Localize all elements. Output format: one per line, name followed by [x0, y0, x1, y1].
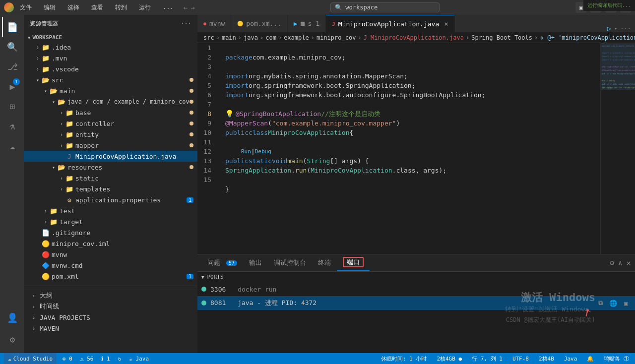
menu-run[interactable]: 运行 — [137, 2, 153, 13]
sidebar-item-mvnw[interactable]: › 🔴 mvnw — [24, 249, 197, 260]
status-encoding[interactable]: UTF-8 — [510, 356, 531, 362]
sidebar-item-iml[interactable]: › 🟡 minipro_cov.iml — [24, 238, 197, 249]
sidebar-item-controller[interactable]: › 📁 controller — [24, 118, 197, 129]
sidebar-item-base[interactable]: › 📁 base — [24, 107, 197, 118]
sidebar-item-static[interactable]: › 📁 static — [24, 173, 197, 183]
sidebar-header: 资源管理器 ··· — [24, 15, 197, 32]
status-warnings[interactable]: △ 56 — [78, 356, 96, 362]
panel-maximize-icon[interactable]: ∧ — [618, 259, 622, 267]
sidebar-item-entity[interactable]: › 📁 entity — [24, 129, 197, 140]
activity-test[interactable]: ⚗ — [2, 116, 22, 136]
activity-settings[interactable]: ⚙ — [2, 329, 22, 349]
sidebar-item-templates[interactable]: › 📁 templates — [24, 183, 197, 194]
tab-pomxml[interactable]: 🟡 pom.xm... — [231, 15, 287, 32]
sidebar-item-gitignore[interactable]: › 📄 .gitignore — [24, 227, 197, 238]
sidebar-item-mapper[interactable]: › 📁 mapper — [24, 140, 197, 151]
port-row-3306[interactable]: 3306 docker run — [197, 282, 635, 296]
sidebar-item-test[interactable]: › 📁 test — [24, 205, 197, 216]
run-btn[interactable]: ▷ — [607, 24, 611, 32]
ports-label-highlight: 端口 — [343, 257, 364, 267]
status-info[interactable]: ℹ 1 — [99, 356, 112, 362]
workspace-arrow[interactable]: ▼ — [28, 35, 30, 40]
bc-com[interactable]: com — [265, 34, 276, 41]
port-copy-icon[interactable]: ⧉ — [595, 298, 605, 308]
sidebar-item-idea[interactable]: › 📁 .idea — [24, 42, 197, 53]
panel-close-icon[interactable]: × — [626, 258, 631, 268]
sidebar-item-vscode[interactable]: › 📁 .vscode — [24, 63, 197, 74]
bc-main[interactable]: main — [222, 34, 236, 41]
sidebar-item-main[interactable]: ▾ 📂 main — [24, 85, 197, 96]
mvnwcmd-label: mvnw.cmd — [52, 262, 83, 269]
sidebar-item-miniproapp[interactable]: › J MiniproCovApplication.java — [24, 151, 197, 162]
status-sync[interactable]: ↻ — [116, 356, 124, 362]
sidebar-item-appprops[interactable]: › ⚙ application.properties 1 — [24, 194, 197, 205]
sidebar-outline[interactable]: › 大纲 — [24, 290, 197, 301]
port-row-8081[interactable]: 8081 java - 进程 PID: 4372 ⧉ 🌐 ▣ — [197, 296, 635, 310]
editor-content[interactable]: 1 2 3 4 5 6 7 ⚡ 8 9 10 11 12 13 14 — [197, 43, 635, 254]
timeline-label: 时间线 — [40, 302, 59, 311]
activity-extensions[interactable]: ⊞ — [2, 96, 22, 116]
tab-miniproapp-close[interactable]: × — [444, 20, 448, 28]
bc-minipro-cov[interactable]: minipro_cov — [317, 34, 356, 41]
sidebar-item-mvn[interactable]: › 📁 .mvn — [24, 53, 197, 63]
tab-running[interactable]: ▶ ⏹ s 1 — [288, 15, 326, 32]
port-open-browser-icon[interactable]: 🌐 — [608, 298, 618, 308]
search-box[interactable]: 🔍 workspace — [330, 2, 440, 12]
nav-back[interactable]: ← — [184, 3, 188, 11]
tab-mvnw[interactable]: ● mvnw — [197, 15, 231, 32]
tab-miniproapp[interactable]: J MiniproCovApplication.java × — [326, 15, 455, 32]
sidebar-java-projects[interactable]: › JAVA PROJECTS — [24, 312, 197, 323]
maven-arrow: › — [30, 324, 38, 332]
sidebar-item-pomxml[interactable]: › 🟡 pom.xml 1 — [24, 271, 197, 282]
bc-java-file[interactable]: J MiniproCovApplication.java — [364, 34, 464, 41]
panel-tab-debug-console[interactable]: 调试控制台 — [268, 255, 312, 270]
sidebar-more[interactable]: ··· — [181, 20, 191, 27]
panel-tab-problems[interactable]: 问题 57 — [201, 255, 243, 270]
menu-view[interactable]: 查看 — [89, 2, 105, 13]
pomxml-icon: 🟡 — [42, 273, 50, 280]
sidebar-item-src[interactable]: ▾ 📂 src — [24, 74, 197, 85]
port-split-icon[interactable]: ▣ — [621, 298, 631, 308]
sidebar-timeline[interactable]: › 时间线 — [24, 301, 197, 312]
activity-accounts[interactable]: 👤 — [2, 307, 22, 327]
sidebar-item-target[interactable]: › 📁 target — [24, 216, 197, 227]
sidebar-maven[interactable]: › MAVEN — [24, 323, 197, 334]
menu-more[interactable]: ... — [161, 2, 176, 13]
sidebar-item-mvnwcmd[interactable]: › 🔷 mvnw.cmd — [24, 260, 197, 271]
activity-explorer[interactable]: 📄 — [2, 17, 22, 37]
base-label: base — [75, 109, 91, 117]
nav-forward[interactable]: → — [190, 3, 194, 11]
bc-java[interactable]: java — [244, 34, 258, 41]
status-java-icon[interactable]: ☕ Java — [127, 356, 151, 362]
code-line-14: SpringApplication.run(MiniproCovApplicat… — [225, 166, 600, 175]
java-projects-label: JAVA PROJECTS — [40, 314, 90, 321]
activity-source-control[interactable]: ⎇ — [2, 57, 22, 76]
activity-search[interactable]: 🔍 — [2, 37, 22, 57]
status-language[interactable]: Java — [562, 356, 579, 362]
status-indent[interactable]: 2格4B — [537, 355, 556, 363]
activity-run[interactable]: ▶ 1 — [2, 76, 22, 96]
sidebar-item-java-path[interactable]: ▾ 📂 java / com / example / minipro_cov — [24, 96, 197, 107]
code-line-15 — [225, 175, 600, 184]
menu-select[interactable]: 选择 — [65, 2, 81, 13]
menu-edit[interactable]: 编辑 — [42, 2, 58, 13]
status-notification-icon[interactable]: 🔔 — [585, 356, 596, 362]
panel-tab-output[interactable]: 输出 — [243, 255, 268, 270]
run-dropdown[interactable]: ▾ — [614, 26, 617, 31]
panel-settings-icon[interactable]: ⚙ — [610, 259, 614, 267]
remote-icon: ☁ — [10, 141, 15, 151]
bc-example[interactable]: example — [284, 34, 309, 41]
bc-spring-tools[interactable]: Spring Boot Tools — [471, 34, 532, 41]
status-line-col[interactable]: 行 7, 列 1 — [470, 355, 505, 363]
bc-src[interactable]: src — [203, 34, 214, 41]
sidebar-item-resources[interactable]: ▾ 📂 resources — [24, 162, 197, 173]
bc-bean[interactable]: ⟡ @+ 'miniproCovApplication' (@SpringBoo… — [540, 34, 635, 41]
panel-tab-terminal[interactable]: 终端 — [312, 255, 337, 270]
activity-remote[interactable]: ☁ — [2, 136, 22, 156]
menu-file[interactable]: 文件 — [18, 2, 34, 13]
cloud-studio-btn[interactable]: ☁ Cloud Studio — [4, 353, 57, 364]
more-editor-btn[interactable]: ··· — [620, 25, 631, 32]
menu-goto[interactable]: 转到 — [113, 2, 129, 13]
panel-tab-ports[interactable]: 端口 — [337, 255, 370, 271]
status-errors[interactable]: ⊗ 0 — [61, 356, 74, 362]
